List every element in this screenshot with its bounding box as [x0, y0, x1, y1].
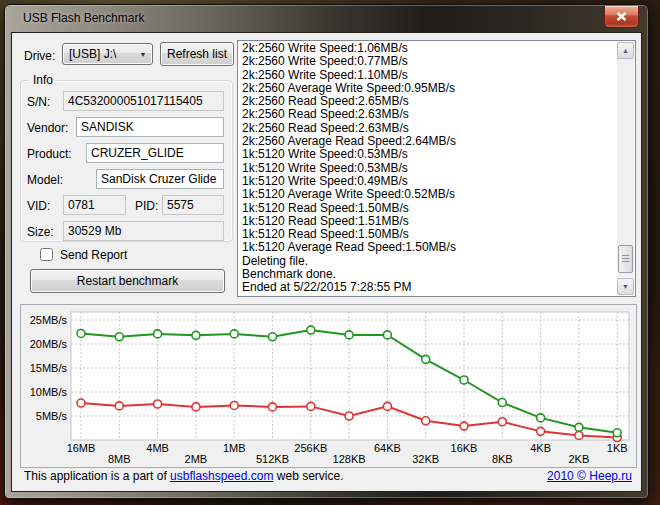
refresh-list-button[interactable]: Refresh list [160, 42, 234, 66]
svg-text:8MB: 8MB [108, 453, 131, 465]
drive-select[interactable]: [USB] J:\ ▼ [62, 43, 153, 65]
vid-label: VID: [27, 199, 50, 213]
footer-prefix: This application is a part of [24, 469, 170, 483]
svg-text:1MB: 1MB [223, 442, 246, 454]
sn-field [63, 91, 224, 111]
title-bar[interactable]: USB Flash Benchmark [5, 5, 648, 32]
info-group: Info S/N: Vendor: Product: Model: VID: P… [20, 80, 233, 242]
window-title: USB Flash Benchmark [23, 11, 144, 25]
svg-text:15MB/s: 15MB/s [30, 362, 68, 374]
scroll-thumb[interactable] [618, 245, 633, 273]
chevron-down-icon: ▼ [134, 51, 152, 58]
svg-text:32KB: 32KB [412, 453, 439, 465]
svg-text:20MB/s: 20MB/s [30, 338, 68, 350]
svg-text:10MB/s: 10MB/s [30, 386, 68, 398]
send-report-checkbox[interactable] [40, 248, 53, 261]
svg-text:1KB: 1KB [607, 442, 628, 454]
footer-text: This application is a part of usbflashsp… [24, 469, 344, 483]
size-field [63, 221, 224, 241]
vid-field [63, 195, 126, 215]
info-group-legend: Info [29, 73, 57, 87]
copyright-link[interactable]: 2010 © Heep.ru [547, 469, 632, 483]
send-report-label: Send Report [60, 248, 127, 262]
scroll-down-icon: ▼ [622, 283, 629, 290]
svg-text:4MB: 4MB [146, 442, 169, 454]
vendor-field[interactable] [76, 117, 224, 137]
svg-text:256KB: 256KB [294, 442, 327, 454]
svg-text:4KB: 4KB [530, 442, 551, 454]
vendor-label: Vendor: [27, 121, 68, 135]
drive-select-value: [USB] J:\ [63, 47, 134, 61]
svg-text:16MB: 16MB [67, 442, 96, 454]
svg-text:16KB: 16KB [451, 442, 478, 454]
scroll-down-button[interactable]: ▼ [617, 278, 634, 295]
restart-benchmark-button[interactable]: Restart benchmark [30, 269, 225, 293]
product-label: Product: [27, 147, 72, 161]
svg-text:512KB: 512KB [256, 453, 289, 465]
close-button[interactable] [604, 6, 639, 28]
scroll-up-icon: ▲ [622, 47, 629, 54]
svg-text:64KB: 64KB [374, 442, 401, 454]
svg-text:25MB/s: 25MB/s [30, 314, 68, 326]
pid-field [162, 195, 224, 215]
svg-text:2KB: 2KB [569, 453, 590, 465]
app-window: USB Flash Benchmark Drive: [USB] J:\ ▼ R… [4, 4, 649, 499]
size-label: Size: [27, 225, 54, 239]
svg-text:8KB: 8KB [492, 453, 513, 465]
product-field[interactable] [86, 143, 224, 163]
usbflashspeed-link[interactable]: usbflashspeed.com [170, 469, 273, 483]
model-field[interactable] [96, 169, 224, 189]
scroll-up-button[interactable]: ▲ [617, 42, 634, 59]
chart-panel: 25MB/s20MB/s15MB/s10MB/s5MB/s16MB8MB4MB2… [20, 304, 637, 468]
close-icon [616, 12, 627, 21]
svg-text:5MB/s: 5MB/s [36, 410, 68, 422]
log-lines: 2k:2560 Write Speed:1.06MB/s 2k:2560 Wri… [242, 42, 615, 295]
benchmark-chart: 25MB/s20MB/s15MB/s10MB/s5MB/s16MB8MB4MB2… [21, 305, 636, 467]
drive-label: Drive: [24, 49, 55, 63]
client-area: Drive: [USB] J:\ ▼ Refresh list Info S/N… [11, 32, 642, 492]
model-label: Model: [27, 173, 63, 187]
benchmark-log[interactable]: 2k:2560 Write Speed:1.06MB/s 2k:2560 Wri… [237, 40, 636, 297]
svg-text:2MB: 2MB [185, 453, 208, 465]
svg-text:128KB: 128KB [333, 453, 366, 465]
sn-label: S/N: [27, 95, 50, 109]
footer-suffix: web service. [273, 469, 343, 483]
log-scrollbar[interactable]: ▲ ▼ [617, 42, 634, 295]
pid-label: PID: [135, 199, 158, 213]
